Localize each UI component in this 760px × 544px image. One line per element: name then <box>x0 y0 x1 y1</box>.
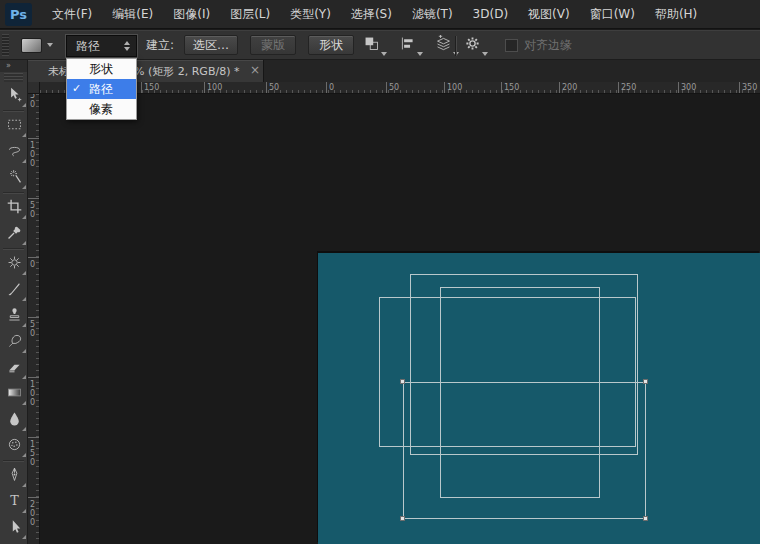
ruler-label: 300 <box>681 83 696 92</box>
photoshop-window: Ps 文件(F)编辑(E)图像(I)图层(L)类型(Y)选择(S)滤镜(T)3D… <box>0 0 760 544</box>
photoshop-logo-icon: Ps <box>5 3 32 26</box>
options-bar-grip[interactable] <box>2 34 9 56</box>
ruler-label: 0 <box>30 260 35 269</box>
path-operations-icon <box>363 35 380 56</box>
caret-down-icon <box>482 52 488 56</box>
align-edges-label: 对齐边缘 <box>524 37 572 54</box>
magic-wand-tool[interactable] <box>0 165 28 191</box>
path-selection-tool-icon <box>6 518 23 539</box>
eyedropper-tool[interactable] <box>0 221 28 247</box>
dodge-tool[interactable] <box>0 433 28 459</box>
tool-preset-icon[interactable] <box>21 38 42 53</box>
pen-tool-icon <box>6 466 23 487</box>
shape-button[interactable]: 形状 <box>308 35 354 55</box>
tool-mode-value: 路径 <box>67 38 124 55</box>
make-buttons: 选区…蒙版形状 <box>184 35 354 55</box>
menu-item[interactable]: 滤镜(T) <box>402 0 463 29</box>
menu-item[interactable]: 图层(L) <box>220 0 280 29</box>
flyout-corner-icon <box>22 103 26 107</box>
eraser-tool[interactable] <box>0 355 28 381</box>
move-tool-icon <box>6 86 23 107</box>
canvas-viewport[interactable] <box>40 94 760 544</box>
mode-dropdown-item[interactable]: 路径✓ <box>67 79 136 99</box>
flyout-corner-icon <box>22 297 26 301</box>
menu-item[interactable]: 视图(V) <box>518 0 580 29</box>
ruler-label: 1 0 0 <box>30 141 35 168</box>
clone-stamp-tool-icon <box>6 306 23 327</box>
rectangular-marquee-tool[interactable] <box>0 113 28 139</box>
document-tab-bar: 未标 % (矩形 2, RGB/8) * × <box>28 60 760 82</box>
mode-dropdown-item[interactable]: 形状 <box>67 59 136 79</box>
eraser-tool-icon <box>6 358 23 379</box>
menu-item[interactable]: 文件(F) <box>42 0 102 29</box>
menu-item[interactable]: 选择(S) <box>341 0 402 29</box>
path-anchor-point[interactable] <box>400 516 405 521</box>
menu-item[interactable]: 类型(Y) <box>280 0 341 29</box>
svg-text:T: T <box>10 493 19 508</box>
rectangular-marquee-tool-icon <box>6 116 23 137</box>
brush-tool[interactable] <box>0 277 28 303</box>
settings-gear-icon <box>464 35 481 56</box>
lasso-tool-icon <box>6 142 23 163</box>
flyout-corner-icon <box>22 509 26 513</box>
path-anchor-point[interactable] <box>643 516 648 521</box>
crop-tool-icon <box>6 198 23 219</box>
path-alignment-button[interactable] <box>398 34 424 57</box>
type-tool[interactable]: T <box>0 489 28 515</box>
flyout-corner-icon <box>22 349 26 353</box>
geometry-options-button[interactable] <box>464 35 488 56</box>
menu-item[interactable]: 窗口(W) <box>580 0 645 29</box>
ruler-label: 0 <box>329 83 334 92</box>
tools-panel-collapse-button[interactable]: » <box>0 60 27 72</box>
clone-stamp-tool[interactable] <box>0 303 28 329</box>
ruler-label: 100 <box>447 83 462 92</box>
blur-tool[interactable] <box>0 407 28 433</box>
selection-button[interactable]: 选区… <box>184 35 238 55</box>
tab-close-icon[interactable]: × <box>250 63 260 77</box>
menu-item[interactable]: 编辑(E) <box>102 0 163 29</box>
document-tab[interactable]: 未标 % (矩形 2, RGB/8) * × <box>28 60 264 82</box>
caret-down-icon <box>417 52 423 56</box>
ruler-label: 50 <box>389 83 399 92</box>
flyout-corner-icon <box>22 271 26 275</box>
active-path-rectangle <box>403 382 646 519</box>
horizontal-ruler[interactable]: 20015010050050100150200250300350 <box>40 82 760 94</box>
flyout-corner-icon <box>22 185 26 189</box>
menu-item[interactable]: 3D(D) <box>463 0 518 29</box>
tool-mode-select[interactable]: 路径 <box>66 35 137 57</box>
vertical-ruler[interactable]: 1 5 01 0 05 005 01 0 01 5 02 0 0 <box>28 94 40 544</box>
tools-panel-grip[interactable] <box>4 73 23 82</box>
flyout-corner-icon <box>22 427 26 431</box>
ruler-label: 1 0 0 <box>30 380 35 407</box>
ruler-label: 2 0 0 <box>30 500 35 527</box>
ruler-origin-corner <box>28 82 40 94</box>
menu-items: 文件(F)编辑(E)图像(I)图层(L)类型(Y)选择(S)滤镜(T)3D(D)… <box>42 0 707 29</box>
pen-tool[interactable] <box>0 463 28 489</box>
crop-tool[interactable] <box>0 195 28 221</box>
path-arrangement-button[interactable] <box>434 34 460 57</box>
history-brush-tool[interactable] <box>0 329 28 355</box>
flyout-corner-icon <box>22 375 26 379</box>
mode-dropdown-item[interactable]: 像素 <box>67 99 136 119</box>
menu-item[interactable]: 图像(I) <box>163 0 220 29</box>
gradient-tool[interactable] <box>0 381 28 407</box>
path-anchor-point[interactable] <box>400 379 405 384</box>
mask-button: 蒙版 <box>250 35 296 55</box>
menu-item[interactable]: 帮助(H) <box>645 0 707 29</box>
path-operations-button[interactable] <box>362 34 388 57</box>
move-tool[interactable] <box>0 83 28 109</box>
flyout-corner-icon <box>22 133 26 137</box>
spot-healing-brush-tool[interactable] <box>0 251 28 277</box>
path-selection-tool[interactable] <box>0 515 28 541</box>
ruler-label: 200 <box>562 83 577 92</box>
options-bar: 路径 建立: 选区…蒙版形状 对齐边缘 <box>0 30 760 60</box>
lasso-tool[interactable] <box>0 139 28 165</box>
tool-group-divider <box>3 192 24 194</box>
path-anchor-point[interactable] <box>643 379 648 384</box>
tool-preset-caret-icon[interactable] <box>47 43 53 47</box>
flyout-corner-icon <box>22 323 26 327</box>
flyout-corner-icon <box>22 241 26 245</box>
ruler-label: 5 0 <box>30 320 35 338</box>
ruler-label: 150 <box>144 83 159 92</box>
tool-group-divider <box>3 460 24 462</box>
